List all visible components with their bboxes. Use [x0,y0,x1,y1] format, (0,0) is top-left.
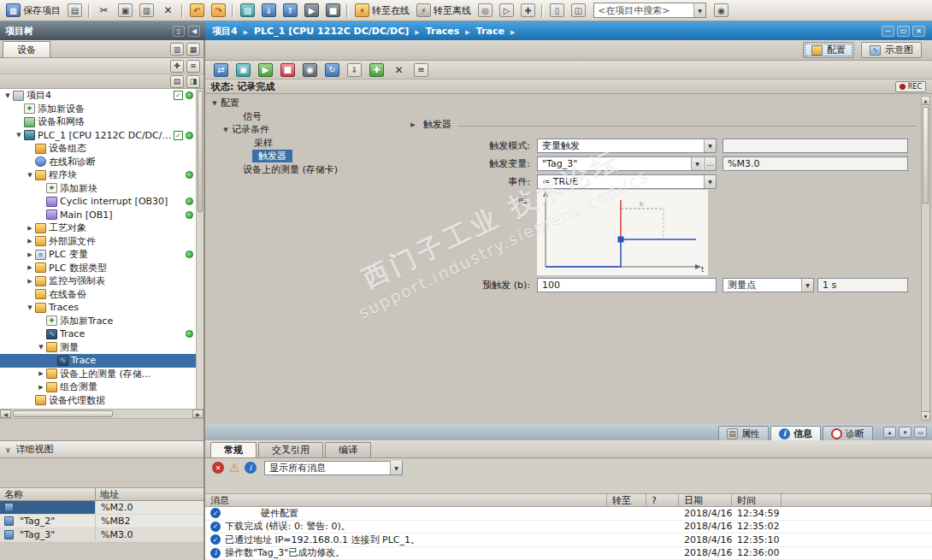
tree-item[interactable]: ▼ 测量 ✓ [0,341,204,355]
twisty-icon[interactable]: ▼ [26,172,34,179]
go-online-button[interactable]: ⚡ 转至在线 [352,2,412,19]
scrollbar-thumb[interactable] [198,91,203,212]
breadcrumb-item[interactable]: PLC_1 [CPU 1212C DC/DC/DC] [254,26,426,37]
column-settings-icon[interactable]: ▤ [170,75,184,88]
search-project-button[interactable]: ◉ [711,2,731,19]
trace-settings-button[interactable]: ≡ [411,62,431,79]
upload-from-device-button[interactable]: ⇑ [280,2,300,19]
tree-horizontal-scrollbar[interactable]: ◀ ▶ [0,409,204,419]
redo-button[interactable]: ↷ [209,2,228,19]
close-icon[interactable]: ✕ [912,26,925,37]
window-layout-button[interactable]: ◫ [569,2,588,19]
detail-view-header[interactable]: ∨ 详细视图 [0,440,204,458]
add-measurement-button[interactable]: ✚ [367,62,386,79]
collapse-inspector-icon[interactable]: ▾ [899,427,911,438]
detail-row[interactable]: "Tag_2" %MB2 [0,515,204,528]
twisty-icon[interactable]: ▼ [37,344,45,351]
undo-button[interactable]: ↶ [187,2,207,19]
trace-config-item[interactable]: 采样 [207,137,402,150]
subtab-cross-references[interactable]: 交叉引用 [258,442,323,457]
chevron-down-icon[interactable]: ▼ [704,175,716,188]
trigger-variable-field[interactable]: "Tag_3" ▼ … [537,156,717,171]
split-editor-button[interactable]: ▯ [547,2,567,19]
message-column-header[interactable]: ? [646,494,679,506]
toolbar-separator[interactable] [88,3,91,18]
trace-config-item[interactable]: 信号 [207,110,402,124]
trace-config-item[interactable]: ▼ 配置 [207,97,402,110]
twisty-icon[interactable]: ▼ [26,304,34,311]
message-filter-select[interactable]: 显示所有消息 ▼ [264,461,403,475]
message-column-header[interactable]: 日期 [679,494,732,506]
tree-item[interactable]: ▶ 工艺对象 ✓ [0,221,204,235]
message-row[interactable]: 操作数"Tag_3"已成功修改。 2018/4/16 12:36:00 [205,547,932,560]
editor-scrollbar[interactable]: ▲ ▼ [921,96,930,421]
trigger-mode-extra-field[interactable] [723,139,908,153]
tree-item[interactable]: 添加新设备 ✓ [0,103,204,116]
expand-inspector-icon[interactable]: ▴ [883,427,896,438]
twisty-icon[interactable]: ▼ [221,127,230,133]
chevron-down-icon[interactable]: ▼ [390,461,402,475]
message-row[interactable]: 硬件配置 2018/4/16 12:34:59 [205,507,932,521]
warning-filter-icon[interactable] [228,462,240,474]
subtab-general[interactable]: 常规 [210,442,257,457]
breadcrumb-item[interactable]: Traces [426,26,476,37]
paste-button[interactable]: ▥ [137,2,156,19]
compile-button[interactable]: ▨ [238,2,257,19]
column-header-name[interactable]: 名称 [0,488,96,500]
scroll-up-icon[interactable]: ▲ [922,97,929,105]
stop-cpu-button[interactable]: ■ [323,2,343,19]
tab-devices[interactable]: 设备 [3,41,50,57]
tree-item[interactable]: 添加新块 ✓ [0,182,204,196]
transfer-config-to-device-button[interactable]: ⇄ [211,62,231,79]
delete-measurement-button[interactable]: ✕ [389,62,409,79]
tree-item[interactable]: ▶ 监控与强制表 ✓ [0,274,204,288]
tree-item[interactable]: 设备组态 ✓ [0,142,204,156]
trace-config-item[interactable]: ▼ 记录条件 [207,123,402,137]
message-row[interactable]: 已通过地址 IP=192.168.0.1 连接到 PLC_1。 2018/4/1… [205,533,932,547]
tree-item[interactable]: ▼ 程序块 ✓ [0,168,204,182]
copy-button[interactable]: ▣ [115,2,135,19]
minimize-icon[interactable]: ─ [882,26,894,37]
toolbar-separator[interactable] [181,3,184,18]
twisty-icon[interactable]: ▼ [3,92,12,99]
download-to-device-button[interactable]: ⇓ [259,2,279,19]
repeat-measurement-button[interactable]: ↻ [322,62,342,79]
tab-info[interactable]: 信息 [770,426,821,440]
restore-icon[interactable]: ▭ [897,26,910,37]
expand-all-icon[interactable]: ✚ [170,60,184,73]
tree-item[interactable]: ▼ 项目4 ✓ [0,89,204,103]
chevron-down-icon[interactable]: ▼ [704,139,716,152]
breadcrumb-item[interactable]: Trace [476,26,522,37]
scrollbar-thumb[interactable] [923,107,929,203]
trace-config-item[interactable]: 设备上的测量 (存储卡) [207,163,402,177]
detail-row[interactable]: %M2.0 [0,501,204,515]
error-filter-icon[interactable] [212,462,224,474]
tab-diagnostics[interactable]: 诊断 [823,426,873,440]
collapse-panel-icon[interactable]: ◀ [188,26,200,37]
tree-item[interactable]: 添加新Trace ✓ [0,315,204,328]
scroll-down-icon[interactable]: ▼ [922,411,929,420]
tree-item[interactable]: ▶ 设备上的测量 (存储... ✓ [0,368,204,381]
chevron-down-icon[interactable]: ▼ [691,157,703,170]
tree-item[interactable]: Cyclic interrupt [OB30] ✓ [0,195,204,209]
tree-item[interactable]: 设备和网络 ✓ [0,115,204,129]
export-measurement-button[interactable]: ⇓ [345,62,364,79]
twisty-icon[interactable]: ▼ [15,132,23,139]
message-row[interactable]: 下载完成 (错误: 0: 警告: 0)。 2018/4/16 12:35:02 [205,521,932,534]
browse-icon[interactable]: … [704,157,716,170]
online-diagnostics-button[interactable]: ◎ [475,2,495,19]
twisty-icon[interactable]: ▶ [26,251,34,258]
scroll-left-icon[interactable]: ◀ [0,410,11,418]
tree-scrollbar[interactable] [196,89,204,409]
monitor-onoff-button[interactable]: ▣ [233,62,253,79]
tree-item[interactable]: 设备代理数据 ✓ [0,394,204,408]
message-column-header[interactable]: 转至 [607,494,646,506]
float-inspector-icon[interactable]: ▭ [914,427,927,438]
twisty-icon[interactable]: ▶ [26,264,34,271]
cross-reference-button[interactable]: ✚ [518,2,538,19]
detail-row[interactable]: "Tag_3" %M3.0 [0,528,204,542]
go-offline-button[interactable]: ⚡ 转至离线 [414,2,474,19]
simulation-button[interactable]: ▷ [497,2,516,19]
print-button[interactable]: ▤ [65,2,85,19]
twisty-icon[interactable]: ▶ [26,225,34,232]
